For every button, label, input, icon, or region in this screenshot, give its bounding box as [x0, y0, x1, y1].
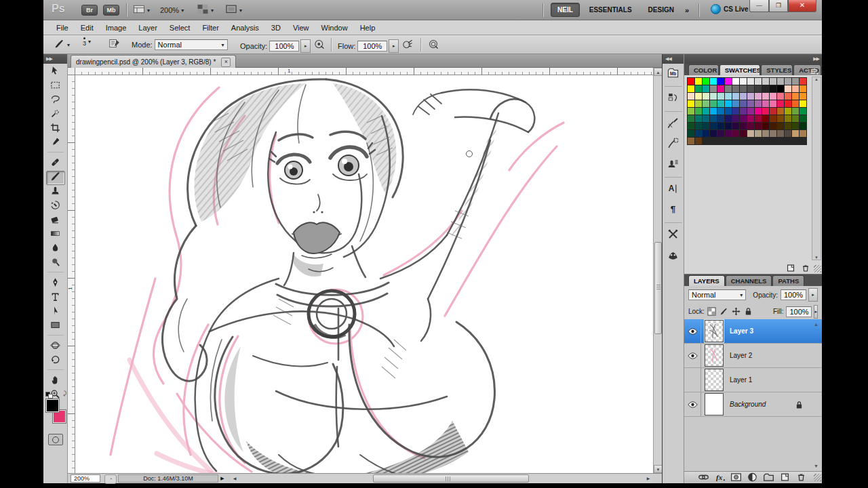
color-swatch[interactable] [695, 130, 702, 137]
menu-help[interactable]: Help [354, 22, 382, 34]
tool-preset-picker[interactable]: ▾ [53, 39, 70, 51]
color-swatch[interactable] [755, 108, 762, 115]
color-swatch[interactable] [732, 115, 739, 122]
color-swatch[interactable] [785, 115, 791, 122]
color-swatch[interactable] [770, 78, 776, 85]
color-swatch[interactable] [695, 93, 702, 100]
layer-thumbnail[interactable] [705, 369, 724, 391]
brushes-panel-button[interactable] [665, 115, 682, 133]
color-swatch[interactable] [710, 130, 717, 137]
new-layer-button[interactable] [779, 472, 791, 482]
close-button[interactable]: ✕ [788, 0, 816, 12]
color-swatch[interactable] [747, 100, 754, 107]
status-clock-icon[interactable]: ◔ [104, 474, 117, 484]
path-selection-tool[interactable] [46, 305, 65, 319]
toggle-brush-panel-button[interactable] [108, 38, 121, 50]
color-swatch[interactable] [747, 130, 754, 137]
flow-input[interactable]: 100% [357, 41, 387, 52]
color-swatch[interactable] [703, 130, 709, 137]
color-swatch[interactable] [688, 115, 694, 122]
menu-edit[interactable]: Edit [75, 22, 100, 34]
quick-mask-button[interactable] [48, 434, 63, 445]
masks-panel-button[interactable] [665, 247, 682, 264]
tab-layers[interactable]: LAYERS [688, 275, 725, 286]
panel-dock-collapse-header[interactable]: ◀◀ [663, 54, 684, 64]
rectangular-marquee-tool[interactable] [46, 79, 65, 94]
workspace-button-design[interactable]: DESIGN [642, 3, 681, 17]
color-swatch[interactable] [703, 93, 709, 100]
move-tool[interactable] [46, 65, 65, 79]
color-swatch[interactable] [717, 100, 724, 107]
layers-scroll-up[interactable]: ▲ [814, 322, 818, 327]
tab-channels[interactable]: CHANNELS [726, 275, 772, 286]
clone-source-panel-button[interactable] [665, 156, 682, 174]
menu-filter[interactable]: Filter [196, 22, 224, 34]
airbrush-toggle-button[interactable] [401, 39, 414, 51]
color-swatch[interactable] [792, 108, 799, 115]
layer-thumbnail[interactable] [705, 344, 724, 367]
lock-transparency-icon[interactable] [707, 307, 716, 316]
color-swatch[interactable] [710, 123, 717, 129]
workspace-button-essentials[interactable]: ESSENTIALS [583, 3, 639, 17]
color-swatch[interactable] [792, 85, 799, 92]
color-swatch[interactable] [732, 130, 739, 137]
color-swatch[interactable] [800, 108, 806, 115]
color-swatch[interactable] [695, 115, 702, 122]
color-swatch[interactable] [703, 108, 709, 115]
default-colors-icon[interactable] [45, 392, 52, 398]
layer-fill-input[interactable]: 100% [786, 306, 812, 317]
color-swatch[interactable] [762, 123, 769, 129]
color-swatch[interactable] [695, 85, 702, 92]
color-swatch[interactable] [762, 115, 769, 122]
dodge-tool[interactable] [46, 256, 65, 270]
layer-visibility-toggle[interactable] [684, 392, 701, 416]
panel-resize-grip[interactable] [814, 474, 821, 481]
color-swatch[interactable] [703, 100, 709, 107]
scroll-right-arrow[interactable]: ▶ [644, 474, 652, 483]
tools-panel-button[interactable] [665, 226, 682, 244]
color-swatch[interactable] [785, 123, 791, 129]
color-swatch[interactable] [703, 85, 709, 92]
link-layers-button[interactable] [698, 472, 709, 482]
color-swatch[interactable] [740, 115, 747, 122]
color-swatch[interactable] [710, 115, 717, 122]
color-swatch[interactable] [800, 78, 806, 85]
layer-row-background[interactable]: Background [684, 392, 822, 417]
scroll-left-arrow[interactable]: ◀ [231, 474, 239, 483]
color-swatch[interactable] [703, 78, 709, 85]
color-swatch[interactable] [800, 123, 806, 129]
character-panel-button[interactable]: A [665, 181, 682, 199]
color-swatch[interactable] [710, 100, 717, 107]
pen-tool[interactable] [46, 277, 65, 291]
tab-paths[interactable]: PATHS [772, 275, 804, 286]
color-swatch[interactable] [732, 85, 739, 92]
menu-file[interactable]: File [50, 22, 75, 34]
color-swatch[interactable] [725, 85, 732, 92]
color-swatch[interactable] [762, 93, 769, 100]
color-swatch[interactable] [717, 108, 724, 115]
blend-mode-dropdown[interactable]: Normal▾ [155, 39, 228, 50]
swatches-scrollbar[interactable]: ▲ ▼ [812, 77, 821, 260]
color-swatch[interactable] [755, 130, 762, 137]
color-swatch[interactable] [762, 108, 769, 115]
color-swatch[interactable] [800, 100, 806, 107]
menu-select[interactable]: Select [163, 22, 197, 34]
launch-mini-bridge-button[interactable]: Mb [103, 5, 119, 16]
layer-opacity-input[interactable]: 100% [781, 289, 806, 300]
color-swatch[interactable] [755, 85, 762, 92]
layer-style-button[interactable]: fx [714, 472, 726, 482]
color-swatch[interactable] [770, 108, 776, 115]
quick-selection-tool[interactable] [46, 108, 65, 122]
layer-thumbnail[interactable] [705, 393, 724, 415]
color-swatch[interactable] [717, 78, 724, 85]
color-swatch[interactable] [777, 93, 784, 100]
color-swatch[interactable] [755, 78, 762, 85]
color-swatch[interactable] [740, 108, 747, 115]
swatches-scroll-up[interactable]: ▲ [812, 77, 821, 81]
layer-thumbnail[interactable] [705, 320, 724, 342]
color-swatch[interactable] [717, 130, 724, 137]
color-swatch[interactable] [762, 130, 769, 137]
adjustment-layer-button[interactable] [747, 472, 758, 482]
color-swatch[interactable] [792, 93, 799, 100]
swatches-scroll-down[interactable]: ▼ [812, 256, 821, 260]
